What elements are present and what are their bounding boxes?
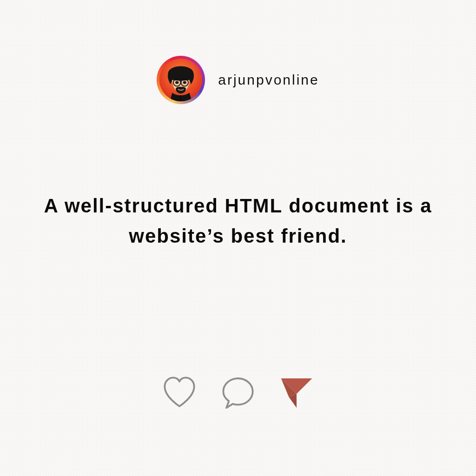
- avatar-image: [159, 59, 202, 101]
- post-header: arjunpvonline: [0, 56, 476, 104]
- share-icon[interactable]: [278, 374, 315, 411]
- svg-point-1: [183, 81, 186, 84]
- username[interactable]: arjunpvonline: [218, 72, 319, 88]
- avatar-illustration: [159, 59, 202, 101]
- avatar[interactable]: [157, 56, 205, 104]
- action-bar: [0, 374, 476, 411]
- svg-point-0: [175, 81, 178, 84]
- post-quote: A well-structured HTML document is a web…: [42, 191, 434, 251]
- comment-icon[interactable]: [219, 374, 257, 411]
- heart-icon[interactable]: [161, 374, 198, 411]
